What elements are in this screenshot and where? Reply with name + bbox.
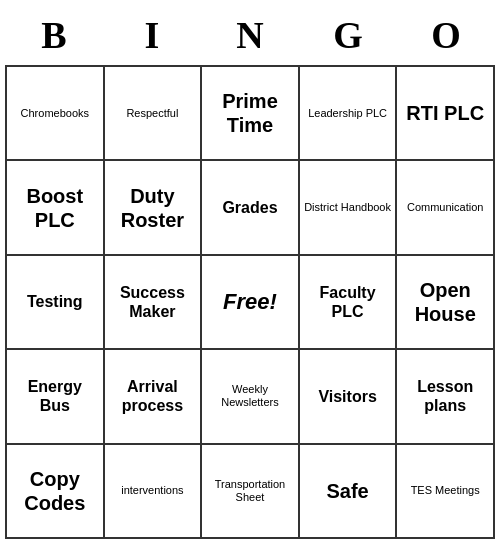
bingo-cell-r1-c2: Grades [202, 161, 300, 255]
bingo-cell-r1-c1: Duty Roster [105, 161, 203, 255]
header-letter-G: G [299, 5, 397, 65]
bingo-cell-r4-c0: Copy Codes [7, 445, 105, 539]
bingo-cell-r4-c1: interventions [105, 445, 203, 539]
bingo-header: BINGO [5, 5, 495, 65]
bingo-cell-r2-c3: Faculty PLC [300, 256, 398, 350]
bingo-cell-r3-c4: Lesson plans [397, 350, 495, 444]
bingo-cell-r1-c3: District Handbook [300, 161, 398, 255]
bingo-cell-r3-c2: Weekly Newsletters [202, 350, 300, 444]
header-letter-B: B [5, 5, 103, 65]
bingo-cell-r0-c2: Prime Time [202, 67, 300, 161]
header-letter-N: N [201, 5, 299, 65]
bingo-cell-r2-c0: Testing [7, 256, 105, 350]
bingo-cell-r3-c0: Energy Bus [7, 350, 105, 444]
bingo-cell-r1-c0: Boost PLC [7, 161, 105, 255]
header-letter-O: O [397, 5, 495, 65]
bingo-grid: ChromebooksRespectfulPrime TimeLeadershi… [5, 65, 495, 539]
header-letter-I: I [103, 5, 201, 65]
bingo-cell-r4-c4: TES Meetings [397, 445, 495, 539]
bingo-cell-r2-c1: Success Maker [105, 256, 203, 350]
bingo-cell-r0-c0: Chromebooks [7, 67, 105, 161]
bingo-cell-r3-c3: Visitors [300, 350, 398, 444]
bingo-cell-r1-c4: Communication [397, 161, 495, 255]
bingo-cell-r0-c4: RTI PLC [397, 67, 495, 161]
bingo-cell-r4-c2: Transportation Sheet [202, 445, 300, 539]
bingo-cell-r2-c4: Open House [397, 256, 495, 350]
bingo-cell-r3-c1: Arrival process [105, 350, 203, 444]
bingo-cell-r4-c3: Safe [300, 445, 398, 539]
bingo-card: BINGO ChromebooksRespectfulPrime TimeLea… [5, 5, 495, 539]
bingo-cell-r0-c3: Leadership PLC [300, 67, 398, 161]
bingo-cell-r2-c2: Free! [202, 256, 300, 350]
bingo-cell-r0-c1: Respectful [105, 67, 203, 161]
